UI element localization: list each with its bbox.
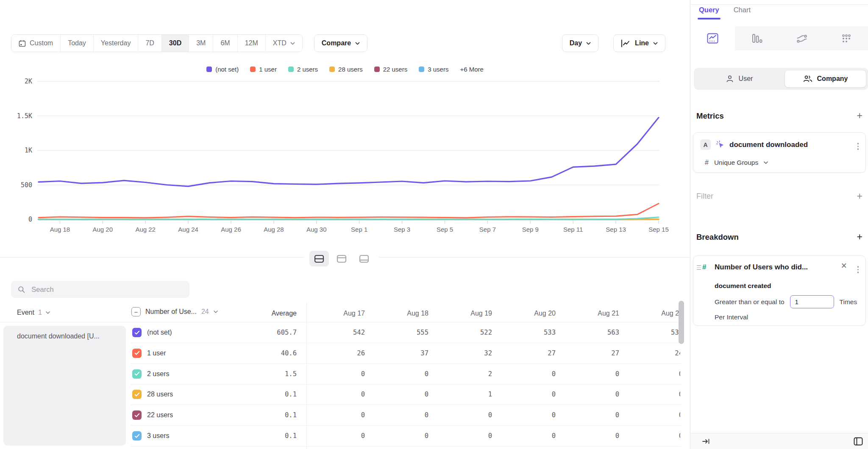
cell-value: 0: [373, 370, 428, 378]
tab-query[interactable]: Query: [699, 6, 719, 19]
range-6m[interactable]: 6M: [213, 35, 237, 52]
range-yesterday[interactable]: Yesterday: [94, 35, 139, 52]
series-checkbox[interactable]: [132, 328, 142, 337]
series-checkbox[interactable]: [132, 410, 142, 420]
breakdown-menu-button[interactable]: [856, 264, 861, 275]
drag-handle-icon[interactable]: [697, 265, 701, 270]
table-row[interactable]: (not set)605.7542555522533563537: [0, 322, 690, 343]
layout-chart-view-button[interactable]: [332, 251, 351, 266]
chart-type-flow-button[interactable]: [779, 26, 824, 50]
breakdown-title: Breakdown: [696, 233, 739, 242]
select-all-checkbox[interactable]: −: [131, 307, 141, 316]
legend-item[interactable]: 3 users: [419, 66, 448, 73]
collapse-sidebar-button[interactable]: [701, 437, 712, 446]
chevron-down-icon[interactable]: [214, 310, 218, 313]
range-3m[interactable]: 3M: [189, 35, 213, 52]
range-custom[interactable]: Custom: [11, 35, 61, 52]
metric-badge: A: [700, 139, 711, 150]
table-body: (not set)605.75425555225335635371 user40…: [0, 322, 690, 449]
add-filter-button[interactable]: +: [857, 191, 862, 201]
table-row[interactable]: 28 users0.1001000: [0, 384, 690, 405]
table-row[interactable]: 22 users0.1000000: [0, 405, 690, 426]
compare-button[interactable]: Compare: [314, 34, 367, 52]
add-metric-button[interactable]: +: [857, 111, 862, 121]
cell-value: 533: [501, 329, 556, 336]
series-checkbox[interactable]: [132, 390, 142, 399]
event-column-header[interactable]: Event 1: [17, 309, 50, 316]
legend-label: 1 user: [259, 66, 277, 73]
breakdown-event-name[interactable]: document created: [715, 282, 771, 290]
layout-table-view-button[interactable]: [354, 251, 374, 266]
company-segment[interactable]: Company: [785, 70, 866, 88]
chart-style-button[interactable]: Line: [613, 34, 665, 52]
svg-text:Sep 9: Sep 9: [522, 226, 539, 233]
series-column-header: − Number of Use... 24: [131, 307, 218, 316]
average-value: 1.5: [237, 370, 297, 378]
series-label: 1 user: [147, 349, 166, 357]
layout-split-view-button[interactable]: [309, 251, 329, 266]
add-breakdown-button[interactable]: +: [857, 232, 862, 242]
range-label: 30D: [169, 39, 181, 47]
legend-item[interactable]: 22 users: [374, 66, 408, 73]
date-range-control: CustomTodayYesterday7D30D3M6M12MXTD: [11, 34, 303, 52]
table-row[interactable]: 3 users0.1000000: [0, 426, 690, 446]
cell-value: 0: [501, 432, 556, 440]
range-7d[interactable]: 7D: [138, 35, 161, 52]
metric-aggregation-dropdown[interactable]: # Unique Groups: [705, 159, 768, 166]
cell-value: 563: [564, 329, 619, 336]
table-row[interactable]: 1 user40.6263732272724: [0, 343, 690, 364]
sidebar-top-border: [690, 4, 868, 5]
toggle-panel-button[interactable]: [852, 436, 864, 447]
condition-label[interactable]: Greater than or equal to: [715, 298, 785, 306]
user-segment-label: User: [739, 75, 753, 83]
range-xtd[interactable]: XTD: [266, 35, 302, 52]
cell-value: 26: [310, 349, 365, 357]
svg-text:1K: 1K: [25, 147, 32, 154]
main-area: CustomTodayYesterday7D30D3M6M12MXTD Comp…: [0, 0, 690, 449]
svg-text:Sep 1: Sep 1: [351, 226, 367, 233]
cell-value: 24: [628, 349, 680, 357]
cell-value: 0: [501, 411, 556, 419]
user-segment[interactable]: User: [694, 68, 785, 90]
user-icon: [726, 75, 734, 83]
check-icon: [134, 371, 140, 376]
legend-item[interactable]: 1 user: [250, 66, 277, 73]
legend-swatch: [250, 67, 256, 72]
interval-button[interactable]: Day: [562, 34, 598, 52]
series-count: 24: [201, 308, 209, 316]
row-values: 002000: [306, 364, 680, 385]
legend-item[interactable]: (not set): [206, 66, 239, 73]
chart-type-bar-button[interactable]: [735, 26, 779, 50]
chart-type-grid-button[interactable]: [824, 26, 868, 50]
metric-card[interactable]: A document downloaded # Unique Groups: [693, 132, 866, 173]
cell-value: 537: [628, 329, 680, 336]
line-chart[interactable]: 05001K1.5K2KAug 18Aug 20Aug 22Aug 24Aug …: [0, 73, 690, 236]
table-row[interactable]: 2 users1.5002000: [0, 364, 690, 385]
query-sidebar: Query Chart User Company: [690, 0, 868, 449]
tab-chart[interactable]: Chart: [734, 6, 751, 19]
chart-legend: (not set)1 user2 users28 users22 users3 …: [0, 66, 690, 73]
cell-value: 37: [373, 349, 428, 357]
range-30d[interactable]: 30D: [162, 35, 189, 52]
per-interval-label[interactable]: Per Interval: [715, 313, 748, 321]
condition-value-input[interactable]: [790, 295, 834, 308]
search-input[interactable]: [31, 285, 183, 294]
app-root: CustomTodayYesterday7D30D3M6M12MXTD Comp…: [0, 0, 868, 449]
chart-type-line-button[interactable]: [690, 26, 735, 50]
legend-more-button[interactable]: +6 More: [460, 66, 483, 73]
metric-menu-button[interactable]: [856, 141, 861, 152]
cell-value: 0: [373, 391, 428, 398]
row-values: 000000: [306, 405, 680, 426]
table-vertical-scrollbar[interactable]: [679, 301, 684, 344]
remove-breakdown-button[interactable]: ×: [841, 260, 847, 272]
series-checkbox[interactable]: [132, 369, 142, 379]
range-12m[interactable]: 12M: [238, 35, 266, 52]
legend-item[interactable]: 2 users: [288, 66, 318, 73]
cell-value: 0: [310, 391, 365, 398]
series-checkbox[interactable]: [132, 349, 142, 358]
series-checkbox[interactable]: [132, 431, 142, 441]
range-today[interactable]: Today: [61, 35, 94, 52]
breakdown-card[interactable]: # Number of Users who did... × document …: [693, 255, 866, 326]
breakdown-section-header: Breakdown +: [696, 232, 862, 242]
legend-item[interactable]: 28 users: [329, 66, 363, 73]
